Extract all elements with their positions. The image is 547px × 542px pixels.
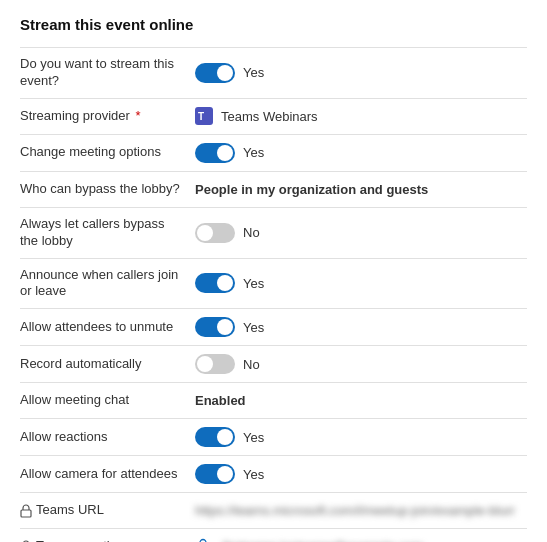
row-announce-callers: Announce when callers join or leaveYes [20,258,527,309]
stream-event-toggle-thumb [217,65,233,81]
allow-reactions-toggle-thumb [217,429,233,445]
row-change-meeting-options: Change meeting optionsYes [20,134,527,171]
page-container: Stream this event online Do you want to … [0,0,547,542]
teams-url-url: https://teams.microsoft.com/l/meetup-joi… [195,503,515,518]
allow-unmute-toggle-track [195,317,235,337]
announce-callers-toggle-track [195,273,235,293]
allow-camera-toggle[interactable] [195,464,235,484]
record-automatically-label: Record automatically [20,356,141,371]
teams-url-label: Teams URL [20,502,183,519]
teams-webinars-icon: T [195,107,213,125]
announce-callers-value-label: Yes [243,276,264,291]
row-teams-owner: Teams meeting owner firstname.lastname@e… [20,528,527,542]
streaming-provider-provider-name: Teams Webinars [221,109,318,124]
teams-owner-label: Teams meeting owner [20,538,183,542]
change-meeting-options-label: Change meeting options [20,144,161,159]
row-bypass-lobby: Who can bypass the lobby?People in my or… [20,171,527,207]
page-title: Stream this event online [20,16,527,33]
lock-icon [20,504,32,518]
svg-rect-2 [21,510,31,517]
svg-text:T: T [198,111,204,122]
row-streaming-provider: Streaming provider * T Teams Webinars [20,98,527,134]
row-callers-bypass: Always let callers bypass the lobbyNo [20,207,527,258]
announce-callers-label: Announce when callers join or leave [20,267,178,299]
record-automatically-toggle-thumb [197,356,213,372]
callers-bypass-toggle[interactable] [195,223,235,243]
row-record-automatically: Record automaticallyNo [20,345,527,382]
record-automatically-toggle-track [195,354,235,374]
allow-meeting-chat-label: Allow meeting chat [20,392,129,407]
allow-camera-toggle-thumb [217,466,233,482]
change-meeting-options-toggle-track [195,143,235,163]
callers-bypass-value-label: No [243,225,260,240]
allow-reactions-toggle-track [195,427,235,447]
settings-list: Do you want to stream this event?YesStre… [20,47,527,542]
stream-event-label: Do you want to stream this event? [20,56,174,88]
stream-event-toggle-track [195,63,235,83]
stream-event-value-label: Yes [243,65,264,80]
allow-unmute-toggle[interactable] [195,317,235,337]
row-teams-url: Teams URLhttps://teams.microsoft.com/l/m… [20,492,527,528]
bypass-lobby-value: People in my organization and guests [195,182,428,197]
record-automatically-toggle[interactable] [195,354,235,374]
row-allow-reactions: Allow reactionsYes [20,418,527,455]
allow-meeting-chat-value: Enabled [195,393,246,408]
record-automatically-value-label: No [243,357,260,372]
callers-bypass-toggle-track [195,223,235,243]
allow-camera-value-label: Yes [243,467,264,482]
row-allow-camera: Allow camera for attendeesYes [20,455,527,492]
allow-unmute-label: Allow attendees to unmute [20,319,173,334]
change-meeting-options-value-label: Yes [243,145,264,160]
allow-reactions-value-label: Yes [243,430,264,445]
row-stream-event: Do you want to stream this event?Yes [20,47,527,98]
allow-camera-label: Allow camera for attendees [20,466,178,481]
announce-callers-toggle-thumb [217,275,233,291]
allow-unmute-value-label: Yes [243,320,264,335]
callers-bypass-label: Always let callers bypass the lobby [20,216,165,248]
owner-person-icon [195,537,211,542]
row-allow-unmute: Allow attendees to unmuteYes [20,308,527,345]
row-allow-meeting-chat: Allow meeting chatEnabled [20,382,527,418]
bypass-lobby-label: Who can bypass the lobby? [20,181,180,196]
allow-reactions-label: Allow reactions [20,429,107,444]
callers-bypass-toggle-thumb [197,225,213,241]
announce-callers-toggle[interactable] [195,273,235,293]
allow-reactions-toggle[interactable] [195,427,235,447]
allow-unmute-toggle-thumb [217,319,233,335]
allow-camera-toggle-track [195,464,235,484]
change-meeting-options-toggle[interactable] [195,143,235,163]
required-star: * [132,108,141,123]
change-meeting-options-toggle-thumb [217,145,233,161]
streaming-provider-label: Streaming provider * [20,108,141,123]
stream-event-toggle[interactable] [195,63,235,83]
